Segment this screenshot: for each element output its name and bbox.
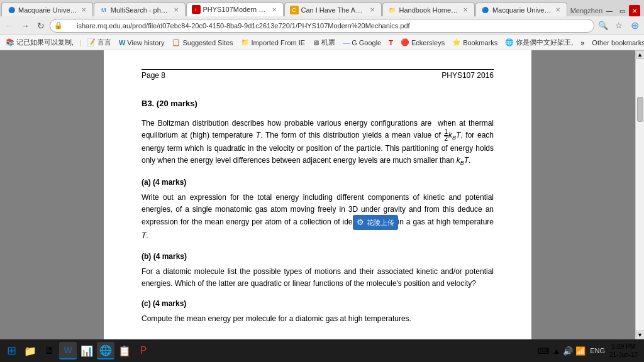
tab-close-3[interactable]: ✕ xyxy=(270,6,278,14)
bookmark-eckersleys[interactable]: 🔴 Eckersleys xyxy=(397,37,448,48)
tab-multisearch[interactable]: M MultiSearch - phys107 ✕ xyxy=(94,3,186,16)
part-b-title: (b) (4 marks) xyxy=(142,251,494,262)
close-btn[interactable]: ✕ xyxy=(629,5,640,16)
tab-close-2[interactable]: ✕ xyxy=(172,6,180,14)
tab-close-4[interactable]: ✕ xyxy=(369,6,376,14)
bookmark-viewhistory[interactable]: W View history xyxy=(116,38,168,48)
bookmark-google[interactable]: — G Google xyxy=(340,38,384,48)
star-icon[interactable]: ☆ xyxy=(612,19,626,33)
taskbar-chrome[interactable]: 🌐 xyxy=(97,342,114,359)
taskbar-monitor[interactable]: 🖥 xyxy=(40,342,58,359)
tooltip-popup[interactable]: ⚙花陵上传 xyxy=(353,215,398,230)
part-b-text: For a diatomic molecule list the possibl… xyxy=(142,267,494,288)
tab-label-4: Can I Have The Answe... xyxy=(301,6,366,14)
tab-close-1[interactable]: ✕ xyxy=(80,6,87,14)
tab-label-3: PHYS107Modern Mech... xyxy=(203,6,268,13)
taskbar-folder[interactable]: 📁 xyxy=(21,342,39,359)
bookmark-ticket-icon: 🖥 xyxy=(313,39,319,47)
tab-label-5: Handbook Home Page xyxy=(399,6,459,14)
scroll-track[interactable] xyxy=(636,59,644,331)
tab-favicon-3: i xyxy=(192,5,201,14)
part-c-title: (c) (4 marks) xyxy=(142,298,494,309)
tab-label-2: MultiSearch - phys107 xyxy=(111,6,170,14)
tab-close-5[interactable]: ✕ xyxy=(462,6,469,14)
bookmark-bookmarks-label: Bookmarks xyxy=(463,39,497,47)
tab-macquarie-2[interactable]: 🔵 Macquarie University - ✕ xyxy=(475,3,567,16)
bookmark-suggested[interactable]: 📋 Suggested Sites xyxy=(169,37,236,48)
page-content: Page 8 PHYS107 2016 B3. (20 marks) The B… xyxy=(0,50,635,339)
bookmark-chinese[interactable]: 🌐 你是偶中文好架王, xyxy=(502,36,576,48)
tab-phys107[interactable]: i PHYS107Modern Mech... ✕ xyxy=(186,3,284,16)
bookmark-t[interactable]: T xyxy=(386,38,396,48)
other-bookmarks-label: Other bookmarks xyxy=(592,39,644,47)
tab-answer[interactable]: C Can I Have The Answe... ✕ xyxy=(284,3,382,16)
tab-label-6: Macquarie University - xyxy=(492,6,552,14)
math-kB: kBT xyxy=(448,131,460,140)
page-number: Page 8 xyxy=(142,70,165,81)
address-bar[interactable]: 🔒 ishare.mq.edu.au/prod/file/d07ebc84-20… xyxy=(50,19,594,33)
scroll-thumb[interactable] xyxy=(637,97,643,122)
bookmark-w-icon: W xyxy=(119,39,125,47)
taskbar-powerpoint-1[interactable]: 📋 xyxy=(116,342,133,359)
bookmark-icon-1: 📚 xyxy=(6,38,14,47)
bookmarks-more[interactable]: » xyxy=(577,38,587,48)
system-tray: ⌨ ▲ 🔊 📶 ENG 5:09 PM 21-Jun-17 xyxy=(534,343,641,359)
bookmark-item-2[interactable]: 📝 言言 xyxy=(84,36,114,48)
url-text: ishare.mq.edu.au/prod/file/d07ebc84-20c0… xyxy=(77,22,410,30)
back-button[interactable]: ← xyxy=(3,19,16,33)
time-display: 5:09 PM xyxy=(609,343,638,351)
taskbar-powerpoint-2[interactable]: P xyxy=(135,342,152,359)
section-b3-title: B3. (20 marks) xyxy=(142,97,494,110)
refresh-button[interactable]: ↻ xyxy=(34,19,48,33)
user-label: Mengzhen xyxy=(570,7,602,14)
taskbar-word[interactable]: W xyxy=(59,342,77,359)
clock[interactable]: 5:09 PM 21-Jun-17 xyxy=(609,343,638,359)
part-c-text: Compute the mean energy per molecule for… xyxy=(142,314,411,323)
scroll-up-btn[interactable]: ▲ xyxy=(636,50,645,59)
math-kBT: kBT xyxy=(457,156,469,165)
intro-text-1: The Boltzman distribution describes how … xyxy=(142,119,494,140)
bookmark-chinese-icon: 🌐 xyxy=(505,38,514,47)
bookmark-item-1[interactable]: 📚 记已如果可以复制, xyxy=(3,36,77,48)
volume-icon[interactable]: 🔊 xyxy=(563,346,573,356)
bm-separator-1: | xyxy=(79,39,81,47)
bookmark-star-icon: ⭐ xyxy=(452,38,461,47)
bookmark-viewhistory-label: View history xyxy=(127,39,164,47)
tooltip-text: 花陵上传 xyxy=(367,217,394,228)
minimize-btn[interactable]: — xyxy=(604,5,615,16)
tray-arrow[interactable]: ▲ xyxy=(552,346,560,356)
taskbar-matlab[interactable]: 📊 xyxy=(78,342,96,359)
part-a-title: (a) (4 marks) xyxy=(142,177,494,188)
lock-icon: 🔒 xyxy=(54,21,63,30)
network-icon[interactable]: 📶 xyxy=(575,346,586,356)
tab-handbook[interactable]: 📁 Handbook Home Page ✕ xyxy=(382,3,475,16)
bookmark-imported[interactable]: 📁 Imported From IE xyxy=(238,37,309,48)
tab-macquarie-1[interactable]: 🔵 Macquarie University - ✕ xyxy=(1,3,93,16)
part-a-content: Write out an expression for the total en… xyxy=(142,192,494,242)
other-bookmarks[interactable]: Other bookmarks xyxy=(589,38,644,48)
bookmark-google-label: G Google xyxy=(352,39,381,47)
start-button[interactable]: ⊞ xyxy=(3,342,20,359)
date-display: 21-Jun-17 xyxy=(609,351,638,359)
bookmark-ticket[interactable]: 🖥 机票 xyxy=(309,36,338,48)
tab-favicon-2: M xyxy=(99,6,108,14)
bookmark-icon-2: 📝 xyxy=(87,38,96,47)
part-c-content: Compute the mean energy per molecule for… xyxy=(142,313,494,325)
frac-denominator: 2 xyxy=(444,136,449,142)
bookmarks-bar: 📚 记已如果可以复制, | 📝 言言 W View history 📋 Sugg… xyxy=(0,35,644,50)
scroll-down-btn[interactable]: ▼ xyxy=(636,331,645,339)
bookmark-eckersleys-label: Eckersleys xyxy=(411,39,445,47)
bookmark-imported-label: Imported From IE xyxy=(252,39,306,47)
bookmark-suggested-icon: 📋 xyxy=(172,38,180,47)
browser-window: 🔵 Macquarie University - ✕ M MultiSearch… xyxy=(0,0,644,362)
restore-btn[interactable]: ▭ xyxy=(616,5,628,16)
content-area: Page 8 PHYS107 2016 B3. (20 marks) The B… xyxy=(0,50,644,339)
scrollbar: ▲ ▼ xyxy=(635,50,644,339)
tab-label-1: Macquarie University - xyxy=(18,6,77,14)
forward-button[interactable]: → xyxy=(18,19,32,33)
bookmark-suggested-label: Suggested Sites xyxy=(182,39,233,47)
tab-close-6[interactable]: ✕ xyxy=(554,6,562,14)
search-icon[interactable]: 🔍 xyxy=(596,19,610,33)
bookmark-bookmarks[interactable]: ⭐ Bookmarks xyxy=(449,37,501,48)
menu-icon[interactable]: ⊕ xyxy=(628,19,641,33)
